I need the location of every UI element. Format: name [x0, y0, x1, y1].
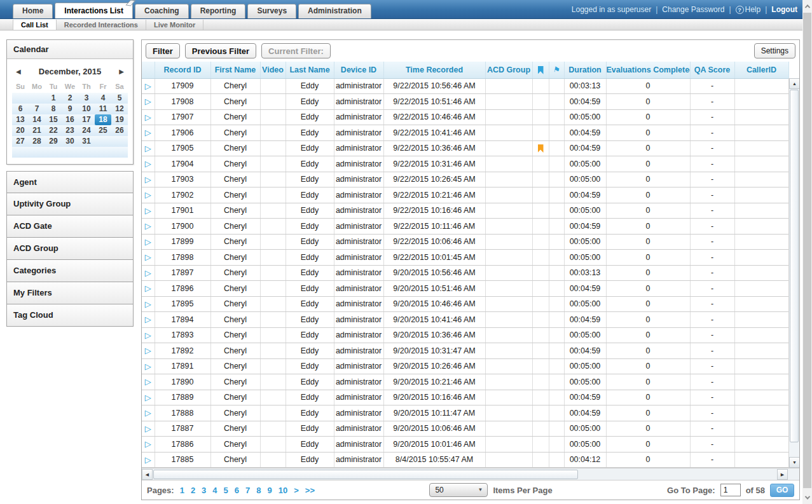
calendar-next-month-icon[interactable]: ▶ [119, 68, 124, 75]
play-icon[interactable]: ▷ [145, 268, 151, 278]
calendar-day[interactable]: 13 [12, 114, 29, 125]
play-icon[interactable]: ▷ [145, 299, 151, 309]
calendar-day[interactable]: 22 [45, 125, 62, 136]
calendar-day[interactable]: 20 [12, 125, 29, 136]
page-scrollbar[interactable] [802, 0, 812, 504]
page-scroll-thumb[interactable] [803, 13, 811, 488]
play-icon[interactable]: ▷ [145, 252, 151, 262]
column-device-id[interactable]: Device ID [334, 62, 383, 78]
vertical-scroll-thumb[interactable] [790, 90, 799, 442]
table-row[interactable]: ▷17891CherylEddyadministrator9/20/2015 1… [142, 358, 788, 374]
calendar-day[interactable]: 21 [29, 125, 45, 136]
page-link-8[interactable]: 8 [256, 486, 261, 495]
column-first-name[interactable]: First Name [210, 62, 260, 78]
calendar-day[interactable]: 16 [62, 114, 78, 125]
page-link-10[interactable]: 10 [279, 486, 287, 495]
sidebar-item-categories[interactable]: Categories [6, 260, 134, 282]
play-icon[interactable]: ▷ [145, 424, 151, 433]
items-per-page-select[interactable]: 50 ▼ [429, 483, 488, 497]
table-row[interactable]: ▷17899CherylEddyadministrator9/22/2015 1… [142, 234, 788, 250]
play-icon[interactable]: ▷ [145, 112, 151, 122]
play-icon[interactable]: ▷ [145, 81, 151, 91]
play-icon[interactable]: ▷ [145, 159, 151, 168]
calendar-day[interactable]: 24 [78, 125, 95, 136]
nav-tab-coaching[interactable]: Coaching [135, 4, 189, 18]
table-row[interactable]: ▷17893CherylEddyadministrator9/20/2015 1… [142, 327, 788, 343]
play-icon[interactable]: ▷ [145, 144, 151, 153]
play-icon[interactable]: ▷ [145, 393, 151, 402]
table-row[interactable]: ▷17905CherylEddyadministrator9/22/2015 1… [142, 140, 788, 156]
subtab-recorded-interactions[interactable]: Recorded Interactions [57, 20, 146, 30]
table-row[interactable]: ▷17907CherylEddyadministrator9/22/2015 1… [142, 109, 788, 125]
column-time-recorded[interactable]: Time Recorded [383, 62, 485, 78]
table-row[interactable]: ▷17885CherylEddyadministrator8/4/2015 10… [142, 452, 788, 468]
play-icon[interactable]: ▷ [145, 128, 151, 137]
play-icon[interactable]: ▷ [145, 175, 151, 184]
calendar-day[interactable]: 6 [12, 104, 29, 114]
sidebar-item-acd-group[interactable]: ACD Group [6, 238, 134, 260]
page-link-4[interactable]: 4 [212, 486, 217, 495]
calendar-day[interactable]: 15 [45, 114, 62, 125]
table-row[interactable]: ▷17895CherylEddyadministrator9/20/2015 1… [142, 296, 788, 312]
calendar-day[interactable]: 26 [111, 125, 128, 136]
table-row[interactable]: ▷17903CherylEddyadministrator9/22/2015 1… [142, 172, 788, 187]
sidebar-item-acd-gate[interactable]: ACD Gate [6, 215, 134, 238]
table-row[interactable]: ▷17892CherylEddyadministrator9/20/2015 1… [142, 343, 788, 359]
calendar-day[interactable]: 4 [95, 93, 111, 104]
play-icon[interactable]: ▷ [145, 237, 151, 247]
play-icon[interactable]: ▷ [145, 408, 151, 418]
subtab-call-list[interactable]: Call List [13, 20, 57, 30]
column-duration[interactable]: Duration [564, 62, 606, 78]
play-icon[interactable]: ▷ [145, 362, 151, 371]
go-button[interactable]: GO [770, 484, 794, 497]
settings-button[interactable]: Settings [754, 43, 795, 58]
play-icon[interactable]: ▷ [145, 206, 151, 215]
column-last-name[interactable]: Last Name [286, 62, 334, 78]
play-icon[interactable]: ▷ [145, 315, 151, 324]
calendar-day[interactable]: 30 [62, 136, 78, 147]
play-icon[interactable]: ▷ [145, 346, 151, 355]
calendar-day[interactable]: 29 [45, 136, 62, 147]
table-row[interactable]: ▷17904CherylEddyadministrator9/22/2015 1… [142, 156, 788, 172]
column-qa-score[interactable]: QA Score [690, 62, 734, 78]
table-row[interactable]: ▷17908CherylEddyadministrator9/22/2015 1… [142, 94, 788, 110]
calendar-day[interactable]: 11 [95, 104, 111, 114]
table-row[interactable]: ▷17900CherylEddyadministrator9/22/2015 1… [142, 219, 788, 235]
table-row[interactable]: ▷17896CherylEddyadministrator9/20/2015 1… [142, 281, 788, 297]
sidebar-item-agent[interactable]: Agent [6, 171, 134, 193]
calendar-day[interactable]: 5 [111, 93, 128, 104]
calendar-day[interactable]: 19 [111, 114, 128, 125]
calendar-day[interactable]: 7 [29, 104, 45, 114]
sidebar-item-tag-cloud[interactable]: Tag Cloud [6, 304, 134, 327]
calendar-day[interactable]: 18 [95, 114, 111, 125]
column-record-id[interactable]: Record ID [155, 62, 210, 78]
help-link[interactable]: ? Help [736, 5, 761, 14]
table-row[interactable]: ▷17901CherylEddyadministrator9/22/2015 1… [142, 203, 788, 219]
page-link-9[interactable]: 9 [268, 486, 272, 495]
play-icon[interactable]: ▷ [145, 455, 151, 465]
sidebar-item-my-filters[interactable]: My Filters [6, 282, 134, 304]
page-scroll-up-icon[interactable] [802, 1, 812, 11]
nav-tab-home[interactable]: Home [13, 4, 53, 18]
page-link-1[interactable]: 1 [180, 486, 184, 495]
table-row[interactable]: ▷17902CherylEddyadministrator9/22/2015 1… [142, 187, 788, 203]
page-link-6[interactable]: 6 [235, 486, 239, 495]
column-video[interactable]: Video [260, 62, 286, 78]
scroll-down-icon[interactable]: ▼ [789, 457, 799, 468]
column-bookmark[interactable] [532, 62, 549, 78]
page-link-7[interactable]: 7 [245, 486, 250, 495]
calendar-day[interactable]: 12 [111, 104, 128, 114]
previous-filter-button[interactable]: Previous Filter [185, 43, 256, 58]
play-icon[interactable]: ▷ [145, 377, 151, 386]
nav-tab-reporting[interactable]: Reporting [191, 4, 246, 18]
table-row[interactable]: ▷17888CherylEddyadministrator9/20/2015 1… [142, 405, 788, 421]
horizontal-scroll-thumb[interactable] [153, 470, 578, 479]
nav-tab-administration[interactable]: Administration [298, 4, 371, 18]
column-acd-group[interactable]: ACD Group [485, 62, 532, 78]
scroll-left-icon[interactable]: ◀ [142, 469, 153, 480]
table-row[interactable]: ▷17889CherylEddyadministrator9/20/2015 1… [142, 390, 788, 405]
table-row[interactable]: ▷17886CherylEddyadministrator9/20/2015 1… [142, 437, 788, 453]
nav-tab-surveys[interactable]: Surveys [247, 4, 296, 18]
play-icon[interactable]: ▷ [145, 330, 151, 340]
calendar-day[interactable]: 3 [78, 93, 95, 104]
